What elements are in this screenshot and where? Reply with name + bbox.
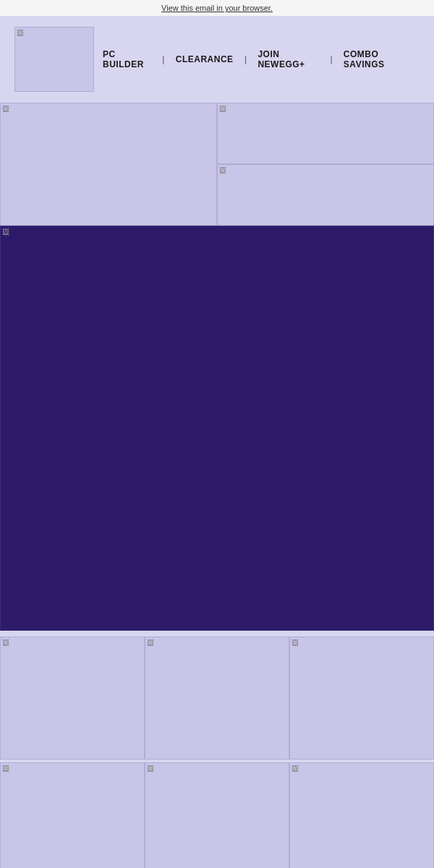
view-in-browser-link[interactable]: View this email in your browser. (161, 4, 273, 12)
product-item-5[interactable]: 🖼 (145, 762, 289, 868)
nav-item-clearance[interactable]: CLEARANCE (167, 54, 242, 64)
banner-image-bottom-right: 🖼 (217, 164, 434, 226)
nav-separator-3: | (328, 54, 335, 64)
broken-image-icon: 🖼 (17, 29, 24, 37)
broken-image-icon-p6: 🖼 (292, 765, 299, 773)
broken-image-icon-banner-br: 🖼 (219, 166, 226, 174)
top-bar: View this email in your browser. (0, 0, 434, 16)
nav-item-pc-builder[interactable]: PC BUILDER (94, 49, 160, 69)
banner-image-top-right: 🖼 (217, 103, 434, 164)
nav-menu: PC BUILDER | CLEARANCE | JOIN NEWEGG+ | … (94, 49, 420, 69)
product-item-1[interactable]: 🖼 (0, 637, 145, 760)
logo-placeholder: 🖼 (14, 27, 94, 92)
banner-section: 🖼 🖼 🖼 (0, 103, 434, 226)
nav-item-join-newegg[interactable]: JOIN NEWEGG+ (249, 49, 328, 69)
broken-image-icon-banner-tr: 🖼 (219, 105, 226, 113)
banner-image-large: 🖼 (0, 103, 217, 226)
nav-separator-2: | (242, 54, 250, 64)
broken-image-icon-banner-large: 🖼 (2, 105, 9, 113)
broken-image-icon-p2: 🖼 (147, 639, 154, 647)
product-item-3[interactable]: 🖼 (289, 637, 434, 760)
hero-section: 🖼 (0, 226, 434, 631)
nav-item-combo-savings[interactable]: COMBO SAVINGS (335, 49, 420, 69)
nav-separator-1: | (160, 54, 167, 64)
header-section: 🖼 PC BUILDER | CLEARANCE | JOIN NEWEGG+ … (0, 16, 434, 103)
products-grid-row-1: 🖼 🖼 🖼 (0, 631, 434, 760)
broken-image-icon-p1: 🖼 (2, 639, 9, 647)
broken-image-icon-p5: 🖼 (147, 765, 154, 773)
products-grid-row-2: 🖼 🖼 🖼 (0, 760, 434, 868)
product-item-2[interactable]: 🖼 (145, 637, 289, 760)
broken-image-icon-hero: 🖼 (2, 228, 9, 236)
product-item-4[interactable]: 🖼 (0, 762, 145, 868)
product-item-6[interactable]: 🖼 (289, 762, 434, 868)
broken-image-icon-p4: 🖼 (2, 765, 9, 773)
broken-image-icon-p3: 🖼 (292, 639, 299, 647)
